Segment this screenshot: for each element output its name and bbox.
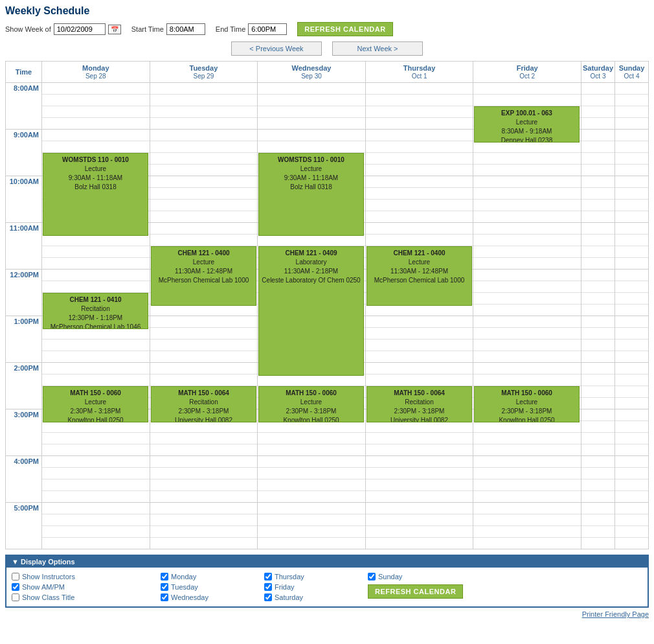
thursday-option: Thursday (264, 573, 368, 581)
next-week-button[interactable]: Next Week > (332, 41, 423, 56)
time-cell: 5:00PM (6, 503, 42, 549)
friday-label[interactable]: Friday (275, 583, 295, 591)
wednesday-label[interactable]: Wednesday (171, 593, 209, 601)
calendar-container: TimeMondaySep 28TuesdaySep 29WednesdaySe… (5, 61, 649, 549)
time-cell: 11:00AM (6, 223, 42, 270)
monday-option: Monday (161, 573, 264, 581)
start-time-group: Start Time (131, 23, 205, 35)
time-cell: 8:00AM (6, 83, 42, 130)
time-cell: 10:00AM (6, 176, 42, 223)
show-instructors-option: Show Instructors (12, 573, 161, 581)
time-cell: 9:00AM (6, 130, 42, 176)
show-instructors-label[interactable]: Show Instructors (22, 573, 75, 581)
time-cell: 2:00PM (6, 363, 42, 409)
time-cell: 3:00PM (6, 409, 42, 456)
show-instructors-checkbox[interactable] (12, 573, 19, 581)
end-time-input[interactable] (248, 23, 287, 35)
week-of-group: Show Week of 📅 (5, 23, 121, 35)
show-ampm-label[interactable]: Show AM/PM (22, 583, 65, 591)
show-class-title-checkbox[interactable] (12, 593, 19, 601)
controls-row: Show Week of 📅 Start Time End Time ReFRE… (5, 22, 649, 36)
friday-option: Friday (264, 583, 368, 591)
page-title: Weekly Schedule (5, 5, 649, 17)
wednesday-option: Wednesday (161, 593, 264, 601)
monday-checkbox[interactable] (161, 573, 168, 581)
sunday-checkbox[interactable] (368, 573, 376, 581)
end-time-group: End Time (216, 23, 287, 35)
show-class-title-option: Show Class Title (12, 593, 161, 601)
time-cell: 1:00PM (6, 316, 42, 363)
thursday-label[interactable]: Thursday (275, 573, 304, 581)
show-ampm-option: Show AM/PM (12, 583, 161, 591)
printer-friendly-link[interactable]: Printer Friendly Page (582, 610, 649, 618)
start-time-label: Start Time (131, 25, 164, 33)
show-class-title-label[interactable]: Show Class Title (22, 593, 74, 601)
monday-label[interactable]: Monday (171, 573, 196, 581)
time-cell: 12:00PM (6, 270, 42, 316)
show-ampm-checkbox[interactable] (12, 583, 19, 591)
display-options-body: Show Instructors Show AM/PM Show Class T… (6, 568, 648, 606)
printer-friendly-section: Printer Friendly Page (5, 610, 649, 618)
tuesday-option: Tuesday (161, 583, 264, 591)
friday-checkbox[interactable] (264, 583, 272, 591)
tuesday-label[interactable]: Tuesday (171, 583, 198, 591)
navigation-row: < Previous Week Next Week > (5, 41, 649, 56)
week-date-input[interactable] (54, 23, 106, 35)
display-options-header[interactable]: ▼ Display Options (6, 556, 648, 568)
calendar-icon[interactable]: 📅 (108, 25, 121, 34)
end-time-label: End Time (216, 25, 245, 33)
sunday-option: Sunday (368, 573, 402, 581)
time-cell: 4:00PM (6, 456, 42, 503)
show-week-label: Show Week of (5, 25, 51, 33)
wednesday-checkbox[interactable] (161, 593, 168, 601)
display-refresh-button[interactable]: REFRESH CALENDAR (368, 584, 463, 599)
prev-week-button[interactable]: < Previous Week (231, 41, 322, 56)
thursday-checkbox[interactable] (264, 573, 272, 581)
calendar-wrapper: TimeMondaySep 28TuesdaySep 29WednesdaySe… (5, 61, 649, 549)
refresh-calendar-button[interactable]: ReFREsh CALENDAR (297, 22, 392, 36)
start-time-input[interactable] (166, 23, 205, 35)
saturday-option: Saturday (264, 593, 368, 601)
saturday-checkbox[interactable] (264, 593, 272, 601)
tuesday-checkbox[interactable] (161, 583, 168, 591)
display-options-panel: ▼ Display Options Show Instructors Show … (5, 555, 649, 608)
sunday-label[interactable]: Sunday (378, 573, 402, 581)
saturday-label[interactable]: Saturday (275, 593, 303, 601)
